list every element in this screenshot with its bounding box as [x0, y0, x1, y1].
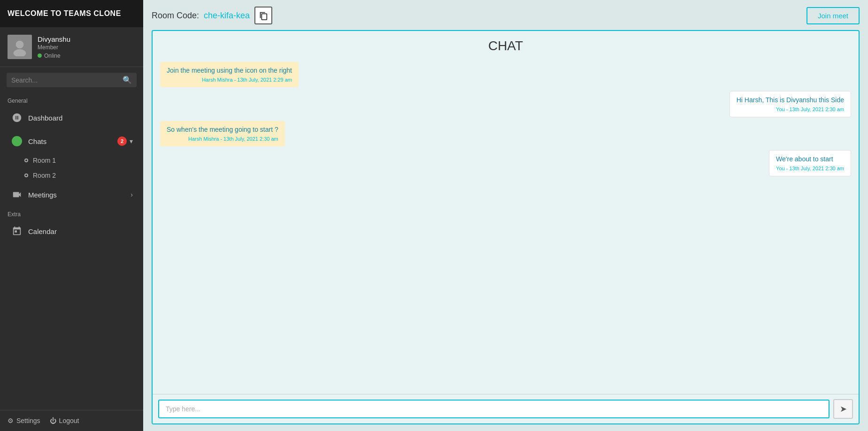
- logout-button[interactable]: ⏻ Logout: [50, 417, 79, 424]
- main-content: Room Code: che-kifa-kea Join meet CHAT J…: [143, 0, 868, 431]
- sidebar-item-meetings[interactable]: Meetings ›: [3, 183, 140, 206]
- message-text: So when's the meeting going to start ?: [167, 126, 278, 133]
- message-bubble: We're about to startYou - 13th July, 202…: [769, 150, 851, 176]
- search-box[interactable]: 🔍: [7, 73, 137, 87]
- logout-icon: ⏻: [50, 417, 56, 424]
- join-meet-button[interactable]: Join meet: [807, 7, 860, 24]
- top-bar: Room Code: che-kifa-kea Join meet: [152, 7, 860, 24]
- meetings-chevron-icon[interactable]: ›: [131, 191, 133, 198]
- chat-input-row: ➤: [153, 394, 859, 423]
- send-button[interactable]: ➤: [833, 399, 853, 419]
- user-role: Member: [38, 44, 70, 51]
- user-section: Divyanshu Member Online: [0, 27, 143, 67]
- chats-chevron-icon[interactable]: ▾: [130, 137, 133, 145]
- room-code-label: Room Code:: [152, 11, 199, 21]
- message-bubble: Hi Harsh, This is Divyanshu this SideYou…: [730, 91, 851, 117]
- meetings-label: Meetings: [28, 191, 131, 199]
- sidebar-item-chats[interactable]: Chats 2 ▾: [3, 130, 140, 152]
- chat-input[interactable]: [158, 400, 830, 418]
- message-meta: Harsh Mishra - 13th July, 2021 2:30 am: [167, 136, 278, 142]
- avatar: [8, 35, 32, 59]
- message-meta: You - 13th July, 2021 2:30 am: [737, 106, 844, 112]
- chats-badge: 2: [117, 136, 127, 146]
- extra-section-label: Extra: [0, 206, 143, 219]
- copy-room-code-button[interactable]: [254, 7, 272, 24]
- user-status: Online: [38, 53, 70, 59]
- logout-label: Logout: [59, 417, 79, 424]
- message-bubble: Join the meeting using the icon on the r…: [160, 62, 299, 87]
- sidebar: WELCOME TO TEAMS CLONE Divyanshu Member …: [0, 0, 143, 431]
- room-code-section: Room Code: che-kifa-kea: [152, 7, 272, 24]
- svg-point-0: [16, 41, 24, 49]
- settings-button[interactable]: ⚙ Settings: [8, 417, 40, 424]
- messages-area: Join the meeting using the icon on the r…: [153, 59, 859, 394]
- calendar-label: Calendar: [28, 227, 133, 235]
- settings-icon: ⚙: [8, 417, 14, 424]
- room2-label: Room 2: [33, 172, 56, 179]
- dashboard-icon: [10, 111, 23, 124]
- app-title: WELCOME TO TEAMS CLONE: [0, 0, 143, 27]
- chat-container: CHAT Join the meeting using the icon on …: [152, 30, 860, 424]
- sidebar-footer: ⚙ Settings ⏻ Logout: [0, 410, 143, 431]
- message-text: Hi Harsh, This is Divyanshu this Side: [737, 96, 844, 104]
- message-meta: Harsh Mishra - 13th July, 2021 2:29 am: [167, 77, 292, 83]
- sidebar-item-room2[interactable]: Room 2: [0, 168, 143, 183]
- message-text: Join the meeting using the icon on the r…: [167, 67, 292, 74]
- message-bubble: So when's the meeting going to start ?Ha…: [160, 121, 285, 146]
- meetings-icon: [10, 188, 23, 201]
- chats-icon: [10, 135, 23, 148]
- settings-label: Settings: [16, 417, 40, 424]
- user-name: Divyanshu: [38, 35, 70, 43]
- svg-rect-2: [261, 14, 267, 20]
- dashboard-label: Dashboard: [28, 114, 133, 122]
- message-text: We're about to start: [776, 155, 844, 163]
- user-info: Divyanshu Member Online: [38, 35, 70, 59]
- search-icon[interactable]: 🔍: [123, 76, 132, 84]
- sidebar-item-room1[interactable]: Room 1: [0, 153, 143, 168]
- sidebar-item-dashboard[interactable]: Dashboard: [3, 106, 140, 129]
- general-section-label: General: [0, 93, 143, 106]
- room1-label: Room 1: [33, 157, 56, 164]
- search-input[interactable]: [11, 76, 123, 84]
- calendar-icon: [10, 225, 23, 238]
- room-code-value: che-kifa-kea: [204, 11, 250, 21]
- room2-dot-icon: [24, 174, 28, 177]
- svg-point-1: [14, 49, 26, 56]
- chat-title: CHAT: [153, 31, 859, 59]
- chats-label: Chats: [28, 137, 117, 145]
- room1-dot-icon: [24, 159, 28, 162]
- sidebar-item-calendar[interactable]: Calendar: [3, 220, 140, 242]
- status-label: Online: [44, 53, 61, 59]
- send-icon: ➤: [840, 404, 847, 414]
- status-dot: [38, 53, 42, 58]
- message-meta: You - 13th July, 2021 2:30 am: [776, 166, 844, 171]
